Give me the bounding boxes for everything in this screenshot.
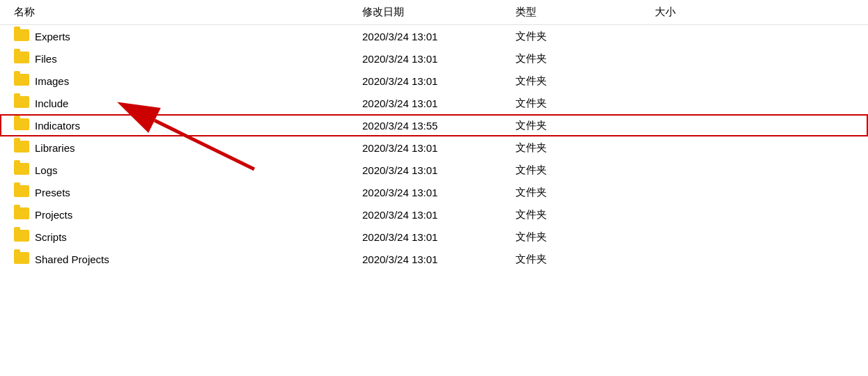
folder-icon <box>14 74 29 88</box>
table-row[interactable]: Indicators 2020/3/24 13:55 文件夹 <box>0 114 868 136</box>
folder-icon <box>14 163 29 177</box>
file-date: 2020/3/24 13:01 <box>362 31 516 42</box>
folder-icon <box>14 29 29 43</box>
file-type: 文件夹 <box>516 52 655 65</box>
file-type: 文件夹 <box>516 253 655 266</box>
file-type: 文件夹 <box>516 30 655 43</box>
file-name: Include <box>35 97 362 109</box>
file-date: 2020/3/24 13:01 <box>362 75 516 87</box>
file-name: Files <box>35 53 362 65</box>
file-type: 文件夹 <box>516 164 655 177</box>
file-date: 2020/3/24 13:01 <box>362 97 516 109</box>
folder-icon <box>14 230 29 244</box>
file-date: 2020/3/24 13:01 <box>362 209 516 221</box>
file-type: 文件夹 <box>516 186 655 199</box>
column-header-name: 名称 <box>14 6 362 19</box>
file-date: 2020/3/24 13:01 <box>362 164 516 176</box>
file-name: Shared Projects <box>35 253 362 265</box>
file-date: 2020/3/24 13:01 <box>362 53 516 65</box>
folder-icon <box>14 252 29 266</box>
folder-icon <box>14 207 29 221</box>
file-type: 文件夹 <box>516 75 655 88</box>
column-header-date: 修改日期 <box>362 6 516 19</box>
file-name: Indicators <box>35 120 362 132</box>
table-row[interactable]: Images 2020/3/24 13:01 文件夹 <box>0 70 868 92</box>
file-date: 2020/3/24 13:01 <box>362 231 516 243</box>
file-name: Libraries <box>35 142 362 154</box>
file-type: 文件夹 <box>516 208 655 221</box>
file-name: Experts <box>35 31 362 42</box>
folder-icon <box>14 141 29 155</box>
file-list: Experts 2020/3/24 13:01 文件夹 Files 2020/3… <box>0 25 868 270</box>
folder-icon <box>14 118 29 132</box>
file-name: Logs <box>35 164 362 176</box>
table-row[interactable]: Presets 2020/3/24 13:01 文件夹 <box>0 181 868 203</box>
file-type: 文件夹 <box>516 230 655 244</box>
file-type: 文件夹 <box>516 119 655 132</box>
table-row[interactable]: Scripts 2020/3/24 13:01 文件夹 <box>0 226 868 248</box>
table-row[interactable]: Include 2020/3/24 13:01 文件夹 <box>0 92 868 114</box>
file-type: 文件夹 <box>516 141 655 155</box>
file-type: 文件夹 <box>516 97 655 110</box>
table-row[interactable]: Projects 2020/3/24 13:01 文件夹 <box>0 203 868 226</box>
table-row[interactable]: Libraries 2020/3/24 13:01 文件夹 <box>0 136 868 159</box>
table-row[interactable]: Shared Projects 2020/3/24 13:01 文件夹 <box>0 248 868 270</box>
table-row[interactable]: Experts 2020/3/24 13:01 文件夹 <box>0 25 868 47</box>
file-date: 2020/3/24 13:01 <box>362 187 516 198</box>
file-date: 2020/3/24 13:01 <box>362 253 516 265</box>
table-header: 名称 修改日期 类型 大小 <box>0 0 868 25</box>
file-name: Images <box>35 75 362 87</box>
file-name: Presets <box>35 187 362 198</box>
file-explorer: 名称 修改日期 类型 大小 Experts 2020/3/24 13:01 文件… <box>0 0 868 376</box>
folder-icon <box>14 96 29 110</box>
folder-icon <box>14 185 29 199</box>
file-date: 2020/3/24 13:01 <box>362 142 516 154</box>
folder-icon <box>14 52 29 65</box>
table-row[interactable]: Logs 2020/3/24 13:01 文件夹 <box>0 159 868 181</box>
file-name: Scripts <box>35 231 362 243</box>
table-row[interactable]: Files 2020/3/24 13:01 文件夹 <box>0 47 868 70</box>
column-header-type: 类型 <box>516 6 655 19</box>
file-date: 2020/3/24 13:55 <box>362 120 516 132</box>
column-header-size: 大小 <box>655 6 868 19</box>
file-name: Projects <box>35 209 362 221</box>
